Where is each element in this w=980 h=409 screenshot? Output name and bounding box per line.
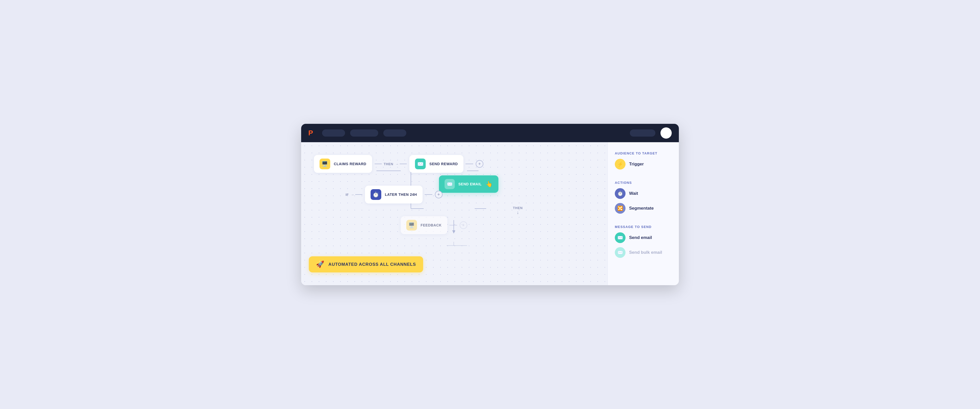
wait-icon: ⏱️ bbox=[615, 188, 625, 199]
claims-reward-label: CLAIMS REWARD bbox=[334, 162, 366, 166]
trigger-icon: ⚡ bbox=[615, 159, 625, 170]
canvas-area: 🖥️ CLAIMS REWARD THEN → ✉️ SEND REWARD bbox=[301, 142, 608, 285]
nav-pill-2[interactable] bbox=[350, 129, 378, 137]
sidebar-message-section: MESSAGE TO SEND ✉️ Send email ✉️ Send bu… bbox=[615, 225, 672, 262]
segmentate-label: Segmentate bbox=[629, 206, 654, 211]
later-then-24h-node[interactable]: ⏱️ LATER THEN 24H bbox=[365, 186, 423, 204]
send-reward-label: SEND REWARD bbox=[429, 162, 458, 166]
then-vertical: THEN ↓ bbox=[438, 206, 597, 215]
feedback-icon: 🖥️ bbox=[406, 220, 417, 231]
sidebar-send-bulk-item[interactable]: ✉️ Send bulk email bbox=[615, 247, 672, 258]
flow-row-1: 🖥️ CLAIMS REWARD THEN → ✉️ SEND REWARD bbox=[314, 155, 597, 173]
send-reward-icon: ✉️ bbox=[415, 159, 426, 169]
flow-row-2: IF → ⏱️ LATER THEN 24H + bbox=[314, 186, 597, 204]
canvas-inner: 🖥️ CLAIMS REWARD THEN → ✉️ SEND REWARD bbox=[309, 150, 600, 239]
nav-pill-1[interactable] bbox=[322, 129, 345, 137]
message-title: MESSAGE TO SEND bbox=[615, 225, 672, 229]
nav-pill-3[interactable] bbox=[383, 129, 406, 137]
sidebar-actions-section: ACTIONS ⏱️ Wait 🔀 Segmentate bbox=[615, 181, 672, 218]
if-arrow: → bbox=[351, 193, 355, 197]
segmentate-icon: 🔀 bbox=[615, 203, 625, 214]
app-window: P bbox=[301, 124, 679, 285]
banner-label: AUTOMATED ACROSS ALL CHANNELS bbox=[328, 262, 416, 267]
v-arrow: ↓ bbox=[517, 210, 519, 215]
line-1 bbox=[375, 164, 382, 164]
then-connector-1: THEN → bbox=[372, 162, 410, 166]
send-bulk-label: Send bulk email bbox=[629, 250, 662, 255]
dash-line bbox=[466, 164, 473, 164]
claims-reward-node[interactable]: 🖥️ CLAIMS REWARD bbox=[314, 155, 372, 173]
if-label: IF bbox=[345, 193, 350, 197]
sidebar-send-email-item[interactable]: ✉️ Send email bbox=[615, 232, 672, 243]
sidebar-segmentate-item[interactable]: 🔀 Segmentate bbox=[615, 203, 672, 214]
claims-reward-icon: 🖥️ bbox=[320, 159, 330, 169]
add-after-send-reward: + bbox=[466, 160, 484, 168]
send-bulk-icon: ✉️ bbox=[615, 247, 625, 258]
dash-line-2 bbox=[425, 194, 432, 195]
then-label-1: THEN bbox=[383, 162, 394, 166]
flow-row-3: 🖥️ FEEDBACK + bbox=[401, 216, 597, 234]
actions-title: ACTIONS bbox=[615, 181, 672, 185]
feedback-label: FEEDBACK bbox=[421, 223, 442, 227]
sidebar-wait-item[interactable]: ⏱️ Wait bbox=[615, 188, 672, 199]
later-then-label: LATER THEN 24H bbox=[385, 193, 417, 197]
add-after-feedback: + bbox=[449, 221, 467, 229]
avatar[interactable] bbox=[660, 127, 672, 138]
add-after-later: + bbox=[425, 191, 442, 198]
navbar: P bbox=[301, 124, 679, 142]
feedback-node[interactable]: 🖥️ FEEDBACK bbox=[401, 216, 447, 234]
if-connector: IF → bbox=[345, 193, 365, 197]
send-email-sidebar-label: Send email bbox=[629, 235, 652, 240]
then-vertical-label: THEN bbox=[513, 206, 523, 210]
later-then-icon: ⏱️ bbox=[371, 189, 381, 200]
sidebar-trigger-item[interactable]: ⚡ Trigger bbox=[615, 159, 672, 170]
plus-button-3[interactable]: + bbox=[460, 221, 467, 229]
yellow-banner: 🚀 AUTOMATED ACROSS ALL CHANNELS bbox=[309, 256, 423, 272]
trigger-label: Trigger bbox=[629, 162, 644, 167]
send-reward-node[interactable]: ✉️ SEND REWARD bbox=[409, 155, 463, 173]
dash-line-3 bbox=[449, 225, 457, 226]
send-email-sidebar-icon: ✉️ bbox=[615, 232, 625, 243]
audience-title: AUDIENCE TO TARGET bbox=[615, 151, 672, 155]
nav-pill-right[interactable] bbox=[630, 129, 655, 137]
banner-icon: 🚀 bbox=[316, 260, 325, 268]
sidebar-audience-section: AUDIENCE TO TARGET ⚡ Trigger bbox=[615, 151, 672, 173]
plus-button-2[interactable]: + bbox=[435, 191, 442, 198]
line-3 bbox=[355, 194, 363, 195]
then-arrow-1: → bbox=[395, 162, 399, 166]
line-2 bbox=[400, 164, 407, 164]
main-content: 🖥️ CLAIMS REWARD THEN → ✉️ SEND REWARD bbox=[301, 142, 679, 285]
logo: P bbox=[308, 129, 313, 137]
wait-label: Wait bbox=[629, 191, 638, 196]
sidebar: AUDIENCE TO TARGET ⚡ Trigger ACTIONS ⏱️ … bbox=[608, 142, 679, 285]
plus-button-1[interactable]: + bbox=[476, 160, 484, 168]
